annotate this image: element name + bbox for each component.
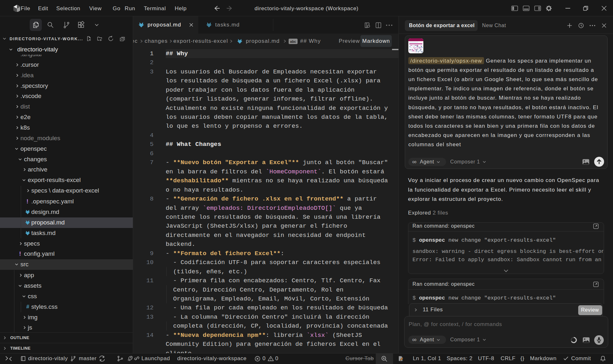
svg-text:abc: abc — [290, 40, 296, 43]
